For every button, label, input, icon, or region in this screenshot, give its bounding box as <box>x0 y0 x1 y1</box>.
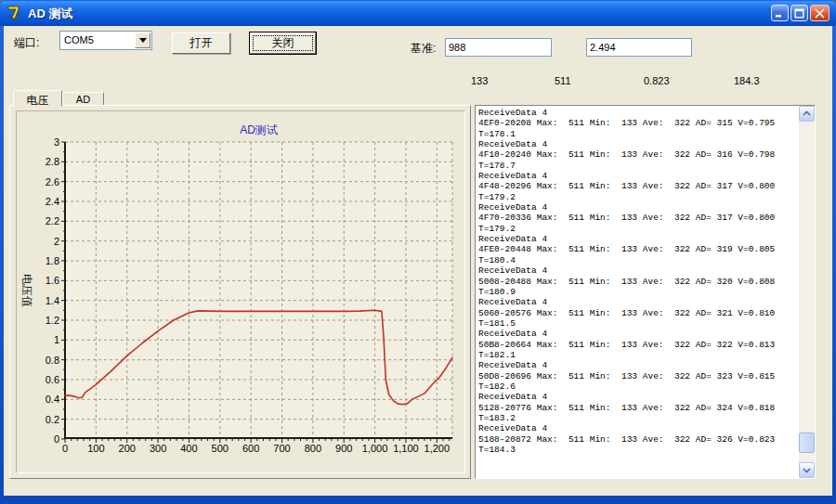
log-line: ReceiveData 4 <box>478 171 797 181</box>
log-line: T=178.7 <box>478 161 797 171</box>
log-line: T=184.3 <box>478 445 797 455</box>
close-port-button-label: 关闭 <box>250 32 316 54</box>
app-window: AD 测试 端口: COM5 打开 关闭 基准: 133 511 0.823 1… <box>0 0 836 504</box>
log-line: ReceiveData 4 <box>478 234 797 244</box>
window-title: AD 测试 <box>28 6 72 22</box>
scroll-down-button[interactable] <box>799 462 815 478</box>
receive-log-listbox[interactable]: ReceiveData 44EF0-20208 Max: 511 Min: 13… <box>475 105 816 479</box>
log-line: T=179.2 <box>478 224 797 234</box>
log-line: ReceiveData 4 <box>478 139 797 149</box>
log-lines: ReceiveData 44EF0-20208 Max: 511 Min: 13… <box>478 108 797 476</box>
minimize-button[interactable] <box>771 5 789 21</box>
app-icon <box>7 5 23 21</box>
log-line: ReceiveData 4 <box>478 108 797 118</box>
port-label: 端口: <box>14 35 39 51</box>
y-tick-label: 0.6 <box>26 374 59 385</box>
y-tick-label: 0 <box>26 433 59 445</box>
y-tick-label: 2 <box>26 236 59 247</box>
log-line: 50D8-20696 Max: 511 Min: 133 Ave: 322 AD… <box>478 371 797 381</box>
y-tick-label: 1 <box>26 334 59 345</box>
log-line: 5008-20488 Max: 511 Min: 133 Ave: 322 AD… <box>478 277 797 287</box>
stat-value-temp: 184.3 <box>734 75 760 86</box>
chevron-down-icon <box>803 467 811 473</box>
y-tick-label: 2.4 <box>26 196 59 207</box>
log-line: T=180.9 <box>478 287 797 297</box>
scroll-up-button[interactable] <box>799 106 815 122</box>
chart-plot <box>61 142 454 446</box>
maximize-icon <box>794 8 804 19</box>
log-line: ReceiveData 4 <box>478 265 797 276</box>
chart-title: AD测试 <box>65 123 452 138</box>
log-line: 4F48-20296 Max: 511 Min: 133 Ave: 322 AD… <box>478 181 797 191</box>
y-tick-label: 0.4 <box>26 394 59 405</box>
x-tick-label: 1,200 <box>418 443 455 454</box>
log-line: 5060-20576 Max: 511 Min: 133 Ave: 322 AD… <box>478 308 797 318</box>
log-line: T=183.2 <box>478 413 797 423</box>
log-line: T=182.1 <box>478 350 797 360</box>
y-tick-label: 2.2 <box>26 215 59 226</box>
log-line: ReceiveData 4 <box>478 392 797 402</box>
log-line: 5128-20776 Max: 511 Min: 133 Ave: 322 AD… <box>478 403 797 413</box>
scrollbar[interactable] <box>799 106 815 478</box>
log-line: T=178.1 <box>478 129 797 139</box>
close-button[interactable] <box>810 5 829 21</box>
minimize-icon <box>775 8 785 19</box>
log-line: ReceiveData 4 <box>478 423 797 433</box>
log-line: ReceiveData 4 <box>478 360 797 370</box>
y-tick-label: 1.2 <box>26 315 59 326</box>
log-line: T=179.2 <box>478 192 797 202</box>
log-line: 4EF0-20208 Max: 511 Min: 133 Ave: 322 AD… <box>478 118 797 128</box>
chevron-down-icon <box>139 38 147 43</box>
dropdown-arrow-button[interactable] <box>135 32 150 48</box>
chevron-up-icon <box>803 110 811 117</box>
y-tick-label: 1.6 <box>26 275 59 286</box>
log-line: 4F70-20336 Max: 511 Min: 133 Ave: 322 AD… <box>478 213 797 223</box>
log-line: ReceiveData 4 <box>478 202 797 213</box>
port-value: COM5 <box>64 34 94 45</box>
base-voltage-input[interactable] <box>586 38 692 57</box>
base-ad-input[interactable] <box>445 38 552 57</box>
open-port-button[interactable]: 打开 <box>172 32 230 54</box>
maximize-button[interactable] <box>790 5 808 21</box>
log-line: ReceiveData 4 <box>478 329 797 339</box>
scroll-thumb[interactable] <box>799 433 815 453</box>
close-icon <box>815 8 825 19</box>
close-port-button[interactable]: 关闭 <box>249 32 317 55</box>
log-line: T=181.5 <box>478 318 797 329</box>
titlebar: AD 测试 <box>0 0 836 26</box>
stat-value-min: 133 <box>471 75 488 86</box>
base-label: 基准: <box>411 41 436 57</box>
log-line: 50B8-20664 Max: 511 Min: 133 Ave: 322 AD… <box>478 340 797 350</box>
y-tick-label: 2.6 <box>26 176 59 187</box>
stat-value-max: 511 <box>555 75 571 86</box>
y-tick-label: 1.4 <box>26 295 59 306</box>
stat-value-voltage: 0.823 <box>644 75 670 86</box>
y-tick-label: 3 <box>26 136 59 148</box>
log-line: 4FE0-20448 Max: 511 Min: 133 Ave: 322 AD… <box>478 244 797 254</box>
y-tick-label: 0.2 <box>26 414 59 425</box>
log-line: 5188-20872 Max: 511 Min: 133 Ave: 322 AD… <box>478 434 797 445</box>
log-line: ReceiveData 4 <box>478 297 797 307</box>
y-tick-label: 2.8 <box>26 156 59 167</box>
tab-ad[interactable]: AD <box>62 92 104 106</box>
log-line: 4F10-20240 Max: 511 Min: 133 Ave: 322 AD… <box>478 149 797 160</box>
y-tick-label: 1.8 <box>26 255 59 266</box>
y-tick-label: 0.8 <box>26 355 59 366</box>
port-combobox[interactable]: COM5 <box>59 31 152 50</box>
tab-voltage[interactable]: 电压 <box>13 90 62 107</box>
log-line: T=180.4 <box>478 255 797 265</box>
log-line: T=182.6 <box>478 381 797 392</box>
